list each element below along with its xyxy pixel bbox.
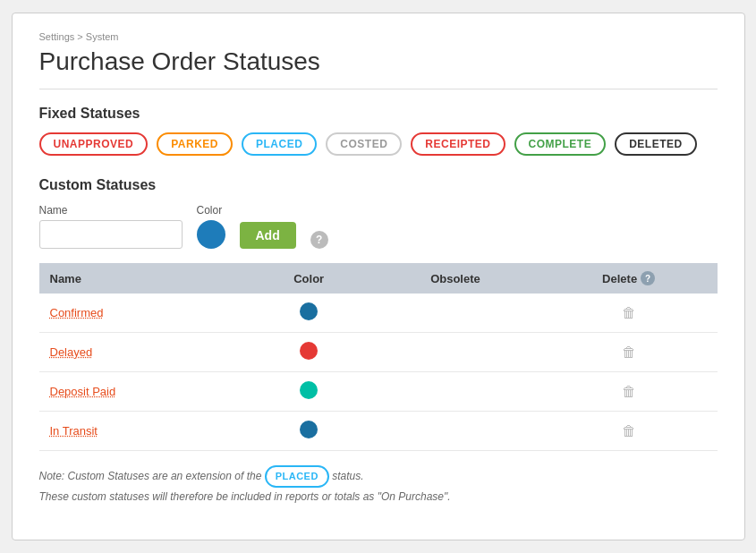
row-name-deposit: Deposit Paid xyxy=(39,372,248,412)
page-container: Settings > System Purchase Order Statuse… xyxy=(12,13,745,540)
color-dot-confirmed xyxy=(300,302,318,320)
custom-statuses-section: Custom Statuses Name Color Add ? Name Co… xyxy=(39,177,718,451)
note-line2: These custom statuses will therefore be … xyxy=(39,488,718,506)
badge-parked: PARKED xyxy=(157,132,233,156)
help-icon[interactable]: ? xyxy=(310,231,328,249)
col-header-name: Name xyxy=(39,263,248,294)
badge-deleted: DELETED xyxy=(615,132,697,156)
note-section: Note: Custom Statuses are an extension o… xyxy=(39,465,718,506)
col-header-color: Color xyxy=(247,263,370,294)
breadcrumb: Settings > System xyxy=(39,31,718,42)
delete-icon-intransit[interactable]: 🗑 xyxy=(622,423,636,438)
row-link-deposit[interactable]: Deposit Paid xyxy=(50,385,116,398)
row-name-confirmed: Confirmed xyxy=(39,294,248,333)
delete-icon-confirmed[interactable]: 🗑 xyxy=(622,305,636,320)
status-badges-list: UNAPPROVED PARKED PLACED COSTED RECEIPTE… xyxy=(39,132,718,156)
page-title: Purchase Order Statuses xyxy=(39,47,718,89)
row-color-confirmed xyxy=(247,294,370,333)
color-dot-intransit xyxy=(300,421,318,438)
row-obsolete-deposit xyxy=(370,372,540,412)
custom-statuses-title: Custom Statuses xyxy=(39,177,718,193)
delete-icon-delayed[interactable]: 🗑 xyxy=(622,345,636,360)
breadcrumb-settings: Settings xyxy=(39,31,75,42)
row-delete-intransit: 🗑 xyxy=(540,412,718,451)
row-obsolete-intransit xyxy=(370,412,540,451)
color-label: Color xyxy=(197,204,225,217)
custom-statuses-table: Name Color Obsolete Delete ? Confirmed xyxy=(39,263,718,451)
color-field-group: Color xyxy=(197,204,225,249)
color-picker-button[interactable] xyxy=(197,220,225,249)
row-color-deposit xyxy=(247,372,370,412)
row-link-delayed[interactable]: Delayed xyxy=(50,345,93,359)
row-name-delayed: Delayed xyxy=(39,333,248,372)
color-dot-delayed xyxy=(300,342,318,360)
name-label: Name xyxy=(39,204,183,217)
note-placed-badge: PLACED xyxy=(265,465,329,488)
note-line1: Note: Custom Statuses are an extension o… xyxy=(39,465,718,488)
name-input[interactable] xyxy=(39,220,183,249)
table-header-row: Name Color Obsolete Delete ? xyxy=(39,263,718,294)
delete-icon-deposit[interactable]: 🗑 xyxy=(622,384,636,399)
color-dot-deposit xyxy=(300,381,318,399)
badge-placed: PLACED xyxy=(242,132,317,156)
table-row: Deposit Paid 🗑 xyxy=(39,372,718,412)
table-row: Confirmed 🗑 xyxy=(39,294,718,333)
row-obsolete-delayed xyxy=(370,333,540,372)
badge-costed: COSTED xyxy=(326,132,402,156)
table-row: Delayed 🗑 xyxy=(39,333,718,372)
badge-complete: COMPLETE xyxy=(514,132,607,156)
row-obsolete-confirmed xyxy=(370,294,540,333)
row-color-intransit xyxy=(247,412,370,451)
breadcrumb-system: System xyxy=(86,31,119,42)
badge-receipted: RECEIPTED xyxy=(411,132,505,156)
add-button[interactable]: Add xyxy=(240,222,296,249)
fixed-statuses-section: Fixed Statuses UNAPPROVED PARKED PLACED … xyxy=(39,106,718,156)
row-delete-confirmed: 🗑 xyxy=(540,294,718,333)
row-color-delayed xyxy=(247,333,370,372)
fixed-statuses-title: Fixed Statuses xyxy=(39,106,718,122)
col-header-delete: Delete ? xyxy=(540,263,718,294)
name-field-group: Name xyxy=(39,204,183,249)
delete-help-icon[interactable]: ? xyxy=(641,271,655,285)
row-delete-deposit: 🗑 xyxy=(540,372,718,412)
row-delete-delayed: 🗑 xyxy=(540,333,718,372)
table-row: In Transit 🗑 xyxy=(39,412,718,451)
row-name-intransit: In Transit xyxy=(39,412,248,451)
badge-unapproved: UNAPPROVED xyxy=(39,132,149,156)
row-link-intransit[interactable]: In Transit xyxy=(50,424,98,438)
col-header-obsolete: Obsolete xyxy=(370,263,540,294)
row-link-confirmed[interactable]: Confirmed xyxy=(50,306,104,319)
custom-status-form: Name Color Add ? xyxy=(39,204,718,249)
